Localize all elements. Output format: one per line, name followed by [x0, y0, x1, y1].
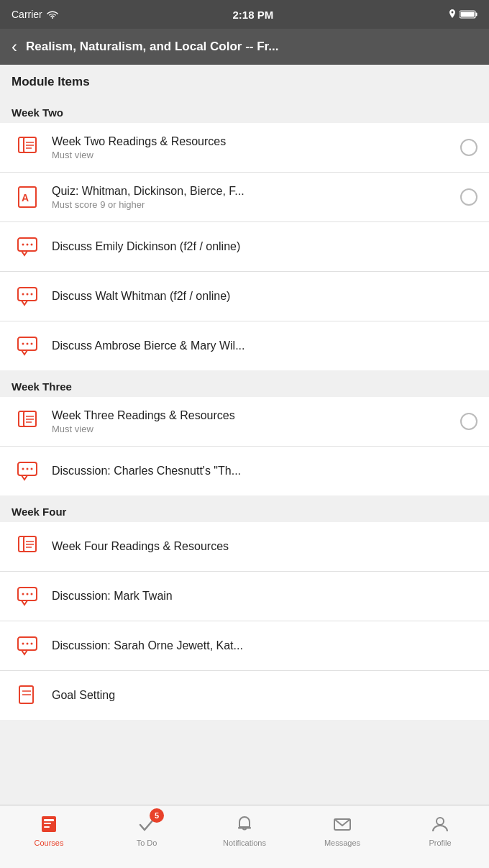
svg-point-0 — [52, 17, 53, 19]
svg-point-22 — [31, 343, 33, 345]
back-button[interactable]: ‹ — [12, 38, 17, 55]
item-text: Week Three Readings & Resources Must vie… — [52, 409, 454, 434]
courses-icon — [39, 814, 59, 834]
nav-title: Realism, Naturalism, and Local Color -- … — [26, 40, 477, 54]
list-item[interactable]: Discuss Walt Whitman (f2f / online) — [0, 272, 489, 321]
item-check — [460, 188, 477, 206]
item-title: Discussion: Sarah Orne Jewett, Kat... — [52, 639, 477, 652]
tab-profile-label: Profile — [429, 839, 451, 847]
item-text: Discuss Walt Whitman (f2f / online) — [52, 290, 477, 303]
item-check — [460, 139, 477, 156]
tab-notifications-label: Notifications — [223, 839, 266, 847]
discussion-icon — [12, 630, 43, 662]
todo-badge: 5 — [150, 808, 164, 823]
list-item[interactable]: Discussion: Sarah Orne Jewett, Kat... — [0, 621, 489, 671]
battery-icon — [460, 10, 477, 19]
item-title: Week Two Readings & Resources — [52, 135, 454, 148]
discussion-icon — [12, 580, 43, 612]
list-item[interactable]: Discussion: Charles Chesnutt's "Th... — [0, 447, 489, 495]
svg-point-16 — [22, 293, 24, 296]
item-text: Discuss Ambrose Bierce & Mary Wil... — [52, 339, 477, 352]
svg-point-42 — [22, 643, 24, 645]
todo-icon-wrap: 5 — [135, 813, 158, 836]
module-header: Module Items — [0, 65, 489, 96]
list-item[interactable]: Week Two Readings & Resources Must view — [0, 123, 489, 173]
week-two-header: Week Two — [0, 96, 489, 123]
discussion-icon — [12, 280, 43, 312]
week-three-list: Week Three Readings & Resources Must vie… — [0, 397, 489, 495]
item-title: Discuss Walt Whitman (f2f / online) — [52, 290, 477, 303]
svg-point-21 — [27, 343, 29, 345]
main-content: Module Items Week Two Week Two Readings … — [0, 65, 489, 783]
week-two-list: Week Two Readings & Resources Must view … — [0, 123, 489, 370]
item-title: Quiz: Whitman, Dickinson, Bierce, F... — [52, 185, 454, 198]
list-item[interactable]: Week Three Readings & Resources Must vie… — [0, 397, 489, 447]
bell-icon — [234, 814, 255, 834]
tab-messages-label: Messages — [324, 839, 360, 847]
svg-point-18 — [31, 293, 33, 296]
svg-point-31 — [31, 468, 33, 470]
status-indicators — [448, 9, 477, 19]
svg-point-38 — [22, 593, 24, 595]
week-four-header: Week Four — [0, 495, 489, 522]
svg-point-39 — [27, 593, 29, 595]
discussion-icon — [12, 330, 43, 362]
list-item[interactable]: Discuss Emily Dickinson (f2f / online) — [0, 222, 489, 272]
item-check — [460, 413, 477, 430]
nav-bar: ‹ Realism, Naturalism, and Local Color -… — [0, 29, 489, 65]
courses-icon-wrap — [37, 813, 60, 836]
svg-point-20 — [22, 343, 24, 345]
item-text: Discussion: Charles Chesnutt's "Th... — [52, 465, 477, 478]
item-title: Discuss Emily Dickinson (f2f / online) — [52, 240, 477, 253]
svg-rect-51 — [44, 826, 50, 828]
tab-profile[interactable]: Profile — [391, 813, 489, 847]
svg-rect-49 — [44, 819, 54, 821]
wifi-icon — [47, 10, 58, 19]
item-text: Week Two Readings & Resources Must view — [52, 135, 454, 160]
item-text: Discuss Emily Dickinson (f2f / online) — [52, 240, 477, 253]
item-title: Week Four Readings & Resources — [52, 540, 477, 553]
svg-rect-2 — [475, 13, 477, 17]
messages-icon-wrap — [331, 813, 354, 836]
list-item[interactable]: Discuss Ambrose Bierce & Mary Wil... — [0, 321, 489, 370]
status-bar: Carrier 2:18 PM — [0, 0, 489, 29]
item-title: Discuss Ambrose Bierce & Mary Wil... — [52, 339, 477, 352]
notifications-icon-wrap — [233, 813, 256, 836]
discussion-icon — [12, 231, 43, 262]
item-text: Week Four Readings & Resources — [52, 540, 477, 553]
svg-rect-52 — [238, 827, 251, 829]
file-icon — [12, 531, 43, 562]
svg-rect-3 — [460, 12, 474, 17]
svg-point-29 — [22, 468, 24, 470]
item-text: Discussion: Sarah Orne Jewett, Kat... — [52, 639, 477, 652]
svg-point-17 — [27, 293, 29, 296]
tab-courses-label: Courses — [35, 839, 64, 847]
file-icon — [12, 132, 43, 163]
item-title: Discussion: Charles Chesnutt's "Th... — [52, 465, 477, 478]
envelope-icon — [332, 814, 352, 834]
item-text: Quiz: Whitman, Dickinson, Bierce, F... M… — [52, 185, 454, 210]
tab-todo[interactable]: 5 To Do — [98, 813, 196, 847]
svg-point-30 — [27, 468, 29, 470]
tab-notifications[interactable]: Notifications — [196, 813, 293, 847]
item-subtitle: Must view — [52, 424, 454, 434]
svg-text:A: A — [22, 192, 29, 204]
item-text: Goal Setting — [52, 689, 477, 702]
tab-courses[interactable]: Courses — [0, 813, 98, 847]
item-text: Discussion: Mark Twain — [52, 590, 477, 603]
discussion-icon — [12, 455, 43, 487]
tab-todo-label: To Do — [137, 839, 157, 847]
tab-bar: Courses 5 To Do Notifications — [0, 805, 489, 868]
item-title: Goal Setting — [52, 689, 477, 702]
person-icon — [430, 814, 450, 834]
tab-messages[interactable]: Messages — [293, 813, 391, 847]
list-item[interactable]: Goal Setting — [0, 671, 489, 720]
carrier-text: Carrier — [12, 9, 42, 20]
list-item[interactable]: Week Four Readings & Resources — [0, 522, 489, 572]
list-item[interactable]: A Quiz: Whitman, Dickinson, Bierce, F...… — [0, 173, 489, 222]
file-icon — [12, 406, 43, 437]
svg-point-43 — [27, 643, 29, 645]
quiz-icon: A — [12, 181, 43, 213]
list-item[interactable]: Discussion: Mark Twain — [0, 572, 489, 621]
svg-point-54 — [437, 818, 444, 825]
